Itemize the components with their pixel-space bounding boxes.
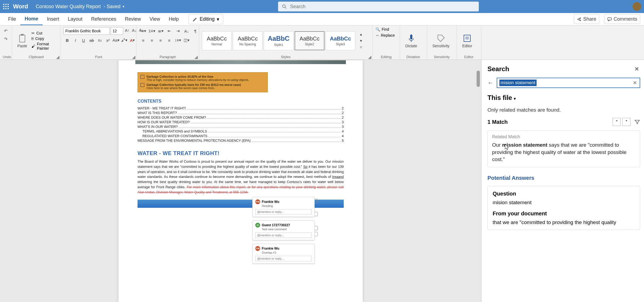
svg-rect-3 — [3, 6, 4, 7]
tab-file[interactable]: File — [4, 14, 20, 25]
editing-mode-button[interactable]: Editing ▾ — [189, 14, 223, 24]
tab-view[interactable]: View — [145, 14, 164, 25]
cut-button[interactable]: ✂Cut — [31, 31, 58, 35]
bold-button[interactable]: B — [63, 36, 71, 44]
increase-indent-button[interactable]: ⇥ — [174, 27, 182, 35]
back-icon[interactable]: ← — [487, 79, 493, 86]
comment-reply-input[interactable] — [255, 256, 312, 261]
style-style3[interactable]: AaBbCcStyle3 — [326, 31, 355, 50]
paste-button[interactable]: Paste — [15, 32, 30, 49]
dictate-button[interactable]: Dictate — [403, 32, 420, 49]
prev-match-button[interactable]: ˄ — [613, 118, 621, 126]
comment-card[interactable]: FWFrankie WuOverlap #1 — [252, 244, 315, 264]
style-style1[interactable]: AaBbCStyle1 — [264, 31, 294, 50]
search-message: Only related matches are found. — [487, 107, 644, 113]
comment-card[interactable]: GGuest 1727730227Test new comment — [252, 220, 315, 240]
tab-home[interactable]: Home — [20, 13, 43, 25]
tab-help[interactable]: Help — [164, 14, 183, 25]
group-label-font: Font — [63, 54, 134, 59]
tab-references[interactable]: References — [87, 14, 120, 25]
style-normal[interactable]: AaBbCcNormal — [202, 31, 232, 50]
numbering-button[interactable]: 1≡▾ — [148, 27, 156, 35]
replace-icon: ↔ — [375, 33, 379, 37]
styles-more-button[interactable]: ▿ — [358, 44, 364, 50]
font-name-select[interactable] — [63, 27, 110, 35]
toc-row[interactable]: WATER - WE TREAT IT RIGHT!2 — [138, 106, 344, 110]
strikethrough-button[interactable]: ab — [88, 36, 95, 44]
sort-button[interactable]: A↓ — [183, 27, 190, 35]
header-image — [135, 60, 346, 64]
subscript-button[interactable]: x₂ — [96, 36, 104, 44]
toc-row[interactable]: TERMS, ABBREVIATIONS and SYMBOLS4 — [138, 130, 344, 133]
multilevel-button[interactable]: ≣▾ — [157, 27, 164, 35]
format-painter-button[interactable]: 🖌Format Painter — [31, 42, 58, 51]
save-status: - Saved — [102, 4, 120, 10]
document-title[interactable]: Contoso Water Quality Report — [36, 4, 101, 10]
global-search[interactable] — [278, 2, 479, 11]
toc-row[interactable]: WHERE DOES OUR WATER COME FROM?2 — [138, 116, 344, 119]
grow-font-button[interactable]: A↑ — [124, 27, 130, 33]
tab-layout[interactable]: Layout — [63, 14, 87, 25]
comment-reply-input[interactable] — [255, 209, 312, 215]
share-button[interactable]: Share — [574, 14, 599, 24]
close-icon[interactable]: ✕ — [635, 66, 639, 72]
find-button[interactable]: 🔍Find — [375, 27, 389, 32]
line-spacing-button[interactable]: ↕≡▾ — [174, 36, 182, 44]
search-result-card[interactable]: Related Match Our mission statement says… — [487, 130, 640, 167]
user-avatar[interactable] — [633, 2, 641, 11]
svg-rect-15 — [464, 35, 470, 42]
copy-button[interactable]: ⎘Copy — [31, 36, 58, 41]
text-effects-button[interactable]: Aa▾ — [112, 36, 120, 44]
decrease-indent-button[interactable]: ⇤ — [165, 27, 173, 35]
document-area[interactable]: Garbage Collection is active 24.82% of t… — [0, 60, 481, 302]
comments-button[interactable]: Comments — [604, 14, 640, 24]
svg-rect-4 — [5, 6, 7, 7]
font-size-select[interactable] — [111, 27, 123, 35]
styles-gallery[interactable]: AaBbCcNormal AaBbCcNo Spacing AaBbCStyle… — [202, 31, 355, 50]
show-marks-button[interactable]: ¶ — [192, 27, 199, 35]
superscript-button[interactable]: x² — [104, 36, 112, 44]
bullets-button[interactable]: •≡▾ — [139, 27, 147, 35]
toc-row[interactable]: MESSAGE FROM THE ENVIRONMENTAL PROTECTIO… — [138, 139, 344, 143]
toc-row[interactable]: WHAT IS THIS REPORT?2 — [138, 111, 344, 115]
underline-button[interactable]: U — [80, 36, 87, 44]
group-label-paragraph: Paragraph — [139, 54, 196, 59]
toc-row[interactable]: WHAT'S IN OUR WATER?3 — [138, 125, 344, 129]
italic-button[interactable]: I — [72, 36, 79, 44]
toc-row[interactable]: REGULATATED WATER CONTAMINANTS4 — [138, 134, 344, 138]
redo-button[interactable]: ↷ — [2, 35, 10, 43]
shrink-font-button[interactable]: A↓ — [131, 27, 137, 33]
tab-insert[interactable]: Insert — [43, 14, 63, 25]
styles-up-button[interactable]: ▴ — [358, 31, 364, 37]
chevron-down-icon[interactable]: ▾ — [123, 5, 124, 8]
comment-reply-input[interactable] — [255, 232, 312, 238]
undo-button[interactable]: ↶ — [2, 27, 10, 35]
editor-button[interactable]: Editor — [460, 32, 475, 49]
comment-card[interactable]: FWFrankie WuHeading — [252, 197, 315, 217]
style-no-spacing[interactable]: AaBbCcNo Spacing — [233, 31, 263, 50]
search-query-input[interactable]: mision statement ✕ — [497, 78, 640, 88]
svg-rect-5 — [8, 6, 9, 7]
styles-down-button[interactable]: ▾ — [358, 38, 364, 44]
shading-button[interactable]: ◫▾ — [183, 36, 190, 44]
replace-button[interactable]: ↔Replace — [375, 33, 395, 37]
style-style2[interactable]: AaBbCcStyle2 — [295, 31, 324, 50]
answer-card[interactable]: Question mision statement From your docu… — [487, 186, 640, 230]
justify-button[interactable]: ≡ — [165, 36, 173, 44]
app-launcher-icon[interactable] — [3, 3, 9, 10]
align-right-button[interactable]: ≡ — [157, 36, 164, 44]
font-color-button[interactable]: A▾ — [129, 36, 136, 44]
mic-icon — [406, 33, 416, 43]
toc-row[interactable]: HOW IS OUR WATER TREATED?3 — [138, 120, 344, 124]
search-scope[interactable]: This file ▾ — [487, 94, 644, 102]
align-left-button[interactable]: ≡ — [139, 36, 147, 44]
global-search-input[interactable] — [290, 4, 475, 10]
next-match-button[interactable]: ˅ — [622, 118, 630, 126]
clear-icon[interactable]: ✕ — [633, 80, 637, 86]
tab-review[interactable]: Review — [120, 14, 145, 25]
filter-icon[interactable] — [634, 119, 640, 125]
scrollbar-thumb[interactable] — [477, 71, 480, 87]
highlight-button[interactable]: 🖍▾ — [120, 36, 128, 44]
align-center-button[interactable]: ≡ — [148, 36, 156, 44]
sensitivity-button[interactable]: Sensitivity — [430, 32, 452, 49]
